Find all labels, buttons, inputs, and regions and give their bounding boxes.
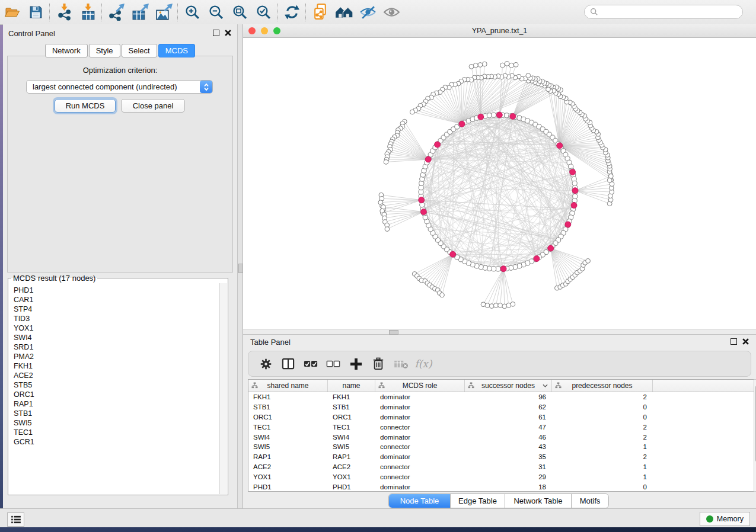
toolbar-separator bbox=[305, 4, 307, 21]
table-row[interactable]: SWI4SWI4dominator462 bbox=[248, 432, 754, 442]
tab-style[interactable]: Style bbox=[89, 44, 120, 57]
add-column-icon[interactable] bbox=[346, 354, 366, 374]
horizontal-splitter[interactable] bbox=[243, 329, 756, 335]
hide-selected-icon[interactable] bbox=[356, 2, 379, 23]
column-header-mcds_role[interactable]: MCDS role bbox=[375, 380, 465, 392]
mcds-result-item[interactable]: STB1 bbox=[14, 409, 220, 418]
run-mcds-button[interactable]: Run MCDS bbox=[55, 99, 116, 113]
float-panel-icon[interactable] bbox=[213, 30, 219, 36]
network-window-titlebar[interactable]: YPA_prune.txt_1 bbox=[243, 24, 756, 38]
column-type-icon bbox=[555, 382, 562, 389]
cell-filler bbox=[653, 482, 754, 492]
tab-network-table[interactable]: Network Table bbox=[505, 494, 572, 508]
close-panel-icon[interactable] bbox=[742, 338, 749, 345]
tab-select[interactable]: Select bbox=[122, 44, 157, 57]
table-row[interactable]: YOX1YOX1connector291 bbox=[248, 472, 754, 482]
cell-successor_nodes: 62 bbox=[465, 402, 552, 412]
mcds-result-item[interactable]: SWI5 bbox=[14, 418, 220, 428]
float-panel-icon[interactable] bbox=[731, 338, 737, 345]
mcds-result-item[interactable]: PHD1 bbox=[14, 286, 220, 295]
table-row[interactable]: STB1STB1dominator620 bbox=[248, 402, 754, 412]
column-label: predecessor nodes bbox=[572, 382, 632, 390]
mcds-result-item[interactable]: SRD1 bbox=[14, 342, 220, 352]
table-vertical-scrollbar[interactable] bbox=[754, 379, 756, 492]
export-table-icon[interactable] bbox=[128, 2, 152, 23]
cell-filler bbox=[653, 432, 754, 442]
cell-filler bbox=[653, 422, 754, 432]
tab-motifs[interactable]: Motifs bbox=[572, 494, 608, 508]
mcds-result-list[interactable]: PHD1CAR1STP4TID3YOX1SWI4SRD1PMA2FKH1ACE2… bbox=[9, 283, 220, 494]
vertical-splitter[interactable] bbox=[237, 24, 243, 508]
mcds-result-item[interactable]: YOX1 bbox=[14, 323, 220, 333]
tab-edge-table[interactable]: Edge Table bbox=[451, 494, 505, 508]
table-row[interactable]: TEC1TEC1connector472 bbox=[248, 422, 754, 432]
tab-node-table[interactable]: Node Table bbox=[389, 494, 451, 508]
table-row[interactable]: SWI5SWI5connector431 bbox=[248, 442, 754, 452]
show-columns-icon[interactable] bbox=[278, 354, 298, 374]
show-all-icon[interactable] bbox=[379, 2, 403, 23]
deselect-all-checkboxes-icon[interactable] bbox=[323, 354, 343, 374]
cell-predecessor_nodes: 0 bbox=[552, 402, 653, 412]
memory-button[interactable]: Memory bbox=[700, 512, 750, 526]
save-session-icon[interactable] bbox=[24, 2, 47, 23]
home-layouts-icon[interactable] bbox=[332, 2, 356, 23]
zoom-in-icon[interactable] bbox=[180, 2, 204, 23]
select-stepper-icon bbox=[200, 81, 212, 93]
splitter-handle[interactable] bbox=[238, 264, 243, 273]
mcds-result-item[interactable]: SWI4 bbox=[14, 333, 220, 342]
zoom-selected-icon[interactable] bbox=[251, 2, 275, 23]
delete-column-trash-icon[interactable] bbox=[368, 354, 388, 374]
column-header-predecessor_nodes[interactable]: predecessor nodes bbox=[552, 380, 653, 392]
mcds-result-item[interactable]: PMA2 bbox=[14, 352, 220, 361]
table-row[interactable]: ORC1ORC1dominator610 bbox=[248, 412, 754, 422]
zoom-fit-icon[interactable] bbox=[228, 2, 251, 23]
column-header-shared_name[interactable]: shared name bbox=[248, 380, 328, 392]
tab-mcds[interactable]: MCDS bbox=[158, 44, 195, 57]
mcds-result-item[interactable]: TEC1 bbox=[14, 428, 220, 437]
table-row[interactable]: FKH1FKH1dominator962 bbox=[248, 392, 754, 402]
mcds-result-item[interactable]: TID3 bbox=[14, 314, 220, 323]
optimization-criterion-select[interactable]: largest connected component (undirected) bbox=[26, 80, 213, 94]
select-all-checkboxes-icon[interactable] bbox=[301, 354, 321, 374]
mcds-result-item[interactable]: STP4 bbox=[14, 305, 220, 314]
mcds-result-item[interactable]: STB5 bbox=[14, 380, 220, 390]
mcds-result-item[interactable]: CAR1 bbox=[14, 295, 220, 305]
refresh-icon[interactable] bbox=[280, 2, 304, 23]
cell-filler bbox=[653, 392, 754, 402]
control-panel-tabs: NetworkStyleSelectMCDS bbox=[3, 44, 237, 57]
mcds-result-item[interactable]: ACE2 bbox=[14, 371, 220, 380]
import-table-icon[interactable] bbox=[76, 2, 100, 23]
close-panel-button[interactable]: Close panel bbox=[121, 99, 185, 113]
table-row[interactable]: RAP1RAP1dominator352 bbox=[248, 452, 754, 462]
column-header-name[interactable]: name bbox=[328, 380, 375, 392]
search-box[interactable] bbox=[584, 5, 743, 19]
close-panel-icon[interactable] bbox=[225, 30, 231, 36]
cell-predecessor_nodes: 0 bbox=[552, 482, 653, 492]
table-row[interactable]: PHD1PHD1dominator180 bbox=[248, 482, 754, 492]
open-file-icon[interactable] bbox=[0, 2, 24, 23]
mcds-result-scrollbar[interactable] bbox=[219, 283, 227, 494]
tab-network[interactable]: Network bbox=[45, 44, 88, 57]
mcds-result-item[interactable]: GCR1 bbox=[14, 437, 220, 447]
cell-shared_name: RAP1 bbox=[248, 452, 328, 462]
mcds-result-item[interactable]: RAP1 bbox=[14, 399, 220, 409]
network-canvas[interactable] bbox=[243, 38, 756, 329]
cell-successor_nodes: 47 bbox=[465, 422, 552, 432]
status-bar: Memory bbox=[0, 508, 756, 527]
desktop-wallpaper-strip bbox=[0, 527, 756, 532]
import-network-icon[interactable] bbox=[52, 2, 76, 23]
table-row[interactable]: ACE2ACE2connector311 bbox=[248, 462, 754, 472]
show-panels-list-button[interactable] bbox=[7, 512, 24, 527]
cell-mcds_role: dominator bbox=[375, 432, 465, 442]
mcds-result-item[interactable]: FKH1 bbox=[14, 361, 220, 371]
export-network-icon[interactable] bbox=[104, 2, 128, 23]
splitter-handle[interactable] bbox=[389, 330, 398, 335]
search-input[interactable] bbox=[601, 7, 742, 17]
zoom-out-icon[interactable] bbox=[204, 2, 228, 23]
duplicate-network-icon[interactable] bbox=[308, 2, 332, 23]
network-window-title: YPA_prune.txt_1 bbox=[243, 27, 756, 35]
column-settings-gear-icon[interactable] bbox=[256, 354, 276, 374]
mcds-result-item[interactable]: ORC1 bbox=[14, 390, 220, 399]
column-header-successor_nodes[interactable]: successor nodes bbox=[465, 380, 552, 392]
export-image-icon[interactable] bbox=[152, 2, 176, 23]
